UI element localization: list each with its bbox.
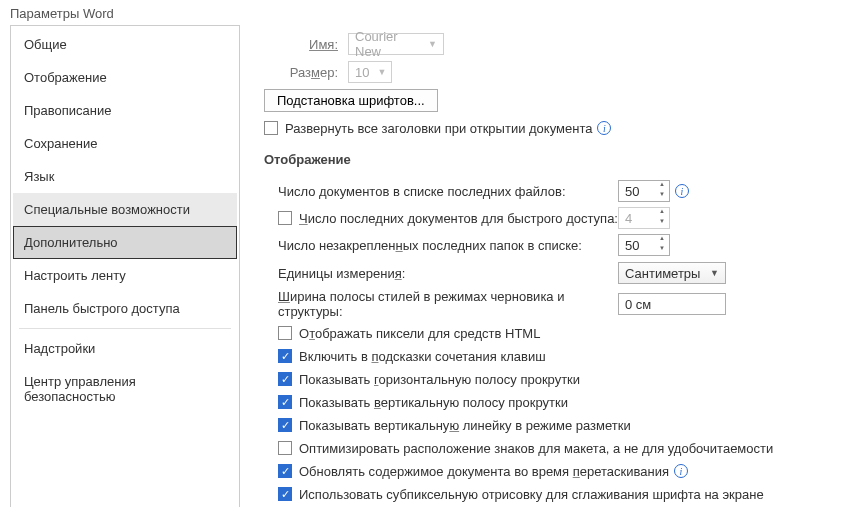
info-icon[interactable]: i <box>597 121 611 135</box>
unpinned-folders-value: 50 <box>625 238 639 253</box>
style-width-label: Ширина полосы стилей в режимах черновика… <box>278 289 618 319</box>
hscroll-checkbox[interactable]: ✓ <box>278 372 292 386</box>
recent-docs-value: 50 <box>625 184 639 199</box>
pixels-html-label: Отображать пиксели для средств HTML <box>299 326 540 341</box>
shortcuts-checkbox[interactable]: ✓ <box>278 349 292 363</box>
nav-general[interactable]: Общие <box>13 28 237 61</box>
quick-access-label: Число последних документов для быстрого … <box>299 211 618 226</box>
font-size-select: 10 ▼ <box>348 61 392 83</box>
spinner-up-icon[interactable]: ▲ <box>655 181 669 191</box>
nav-quick-access[interactable]: Панель быстрого доступа <box>13 292 237 325</box>
chevron-down-icon: ▼ <box>710 268 719 278</box>
spinner-down-icon[interactable]: ▼ <box>655 191 669 201</box>
quick-access-spinner: 4 ▲▼ <box>618 207 670 229</box>
font-size-label: Размер: <box>278 65 338 80</box>
nav-proofing[interactable]: Правописание <box>13 94 237 127</box>
font-substitution-button[interactable]: Подстановка шрифтов... <box>264 89 438 112</box>
subpixel-checkbox[interactable]: ✓ <box>278 487 292 501</box>
font-size-value: 10 <box>355 65 369 80</box>
recent-docs-label: Число документов в списке последних файл… <box>278 184 618 199</box>
font-name-value: Courier New <box>355 29 420 59</box>
nav-accessibility[interactable]: Специальные возможности <box>13 193 237 226</box>
subpixel-label: Использовать субпиксельную отрисовку для… <box>299 487 764 502</box>
font-name-select: Courier New ▼ <box>348 33 444 55</box>
section-display-header: Отображение <box>264 152 847 167</box>
optimize-layout-label: Оптимизировать расположение знаков для м… <box>299 441 773 456</box>
optimize-layout-checkbox[interactable] <box>278 441 292 455</box>
chevron-down-icon: ▼ <box>377 67 386 77</box>
spinner-down-icon: ▼ <box>655 218 669 228</box>
nav-separator <box>19 328 231 329</box>
update-drag-checkbox[interactable]: ✓ <box>278 464 292 478</box>
content-panel: Имя: Courier New ▼ Размер: 10 ▼ Подстано… <box>240 25 847 507</box>
update-drag-label: Обновлять содержимое документа во время … <box>299 464 669 479</box>
nav-advanced[interactable]: Дополнительно <box>13 226 237 259</box>
quick-access-value: 4 <box>625 211 632 226</box>
nav-addins[interactable]: Надстройки <box>13 332 237 365</box>
dialog-title: Параметры Word <box>0 0 857 25</box>
nav-save[interactable]: Сохранение <box>13 127 237 160</box>
quick-access-checkbox[interactable] <box>278 211 292 225</box>
info-icon[interactable]: i <box>674 464 688 478</box>
spinner-up-icon: ▲ <box>655 208 669 218</box>
units-value: Сантиметры <box>625 266 700 281</box>
nav-sidebar: Общие Отображение Правописание Сохранени… <box>10 25 240 507</box>
units-label: Единицы измерения: <box>278 266 618 281</box>
nav-customize-ribbon[interactable]: Настроить ленту <box>13 259 237 292</box>
unpinned-folders-label: Число незакрепленных последних папок в с… <box>278 238 618 253</box>
unpinned-folders-spinner[interactable]: 50 ▲▼ <box>618 234 670 256</box>
nav-trust-center[interactable]: Центр управления безопасностью <box>13 365 237 413</box>
vruler-label: Показывать вертикальную линейку в режиме… <box>299 418 631 433</box>
nav-display[interactable]: Отображение <box>13 61 237 94</box>
expand-headings-label: Развернуть все заголовки при открытии до… <box>285 121 592 136</box>
spinner-down-icon[interactable]: ▼ <box>655 245 669 255</box>
style-width-value: 0 см <box>625 297 651 312</box>
style-width-input[interactable]: 0 см <box>618 293 726 315</box>
info-icon[interactable]: i <box>675 184 689 198</box>
units-combo[interactable]: Сантиметры ▼ <box>618 262 726 284</box>
expand-headings-checkbox[interactable] <box>264 121 278 135</box>
vscroll-checkbox[interactable]: ✓ <box>278 395 292 409</box>
vruler-checkbox[interactable]: ✓ <box>278 418 292 432</box>
font-name-label: Имя: <box>278 37 338 52</box>
vscroll-label: Показывать вертикальную полосу прокрутки <box>299 395 568 410</box>
pixels-html-checkbox[interactable] <box>278 326 292 340</box>
chevron-down-icon: ▼ <box>428 39 437 49</box>
hscroll-label: Показывать горизонтальную полосу прокрут… <box>299 372 580 387</box>
spinner-up-icon[interactable]: ▲ <box>655 235 669 245</box>
shortcuts-label: Включить в подсказки сочетания клавиш <box>299 349 546 364</box>
recent-docs-spinner[interactable]: 50 ▲▼ <box>618 180 670 202</box>
nav-language[interactable]: Язык <box>13 160 237 193</box>
